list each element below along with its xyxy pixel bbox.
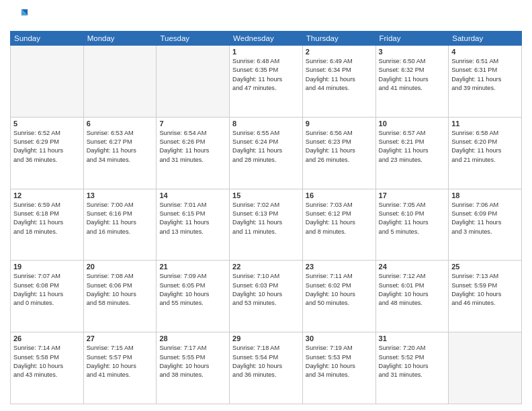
calendar-cell: 31Sunrise: 7:20 AMSunset: 5:52 PMDayligh… <box>375 332 449 404</box>
header <box>10 7 522 26</box>
weekday-header-friday: Friday <box>375 32 449 46</box>
day-info: Sunrise: 6:53 AMSunset: 6:27 PMDaylight:… <box>87 129 154 165</box>
calendar-cell: 30Sunrise: 7:19 AMSunset: 5:53 PMDayligh… <box>302 332 375 404</box>
calendar-cell: 14Sunrise: 7:01 AMSunset: 6:15 PMDayligh… <box>157 189 230 261</box>
calendar-cell: 29Sunrise: 7:18 AMSunset: 5:54 PMDayligh… <box>230 332 303 404</box>
day-info: Sunrise: 7:13 AMSunset: 5:59 PMDaylight:… <box>451 272 519 308</box>
day-number: 13 <box>87 191 154 199</box>
calendar-cell: 26Sunrise: 7:14 AMSunset: 5:58 PMDayligh… <box>11 332 84 404</box>
calendar-cell: 28Sunrise: 7:17 AMSunset: 5:55 PMDayligh… <box>157 332 230 404</box>
calendar-cell: 4Sunrise: 6:51 AMSunset: 6:31 PMDaylight… <box>449 46 522 118</box>
day-info: Sunrise: 6:51 AMSunset: 6:31 PMDaylight:… <box>451 57 519 93</box>
calendar-cell: 21Sunrise: 7:09 AMSunset: 6:05 PMDayligh… <box>157 261 230 332</box>
day-number: 23 <box>306 263 373 271</box>
day-info: Sunrise: 6:55 AMSunset: 6:24 PMDaylight:… <box>232 129 300 165</box>
weekday-header-sunday: Sunday <box>11 32 84 46</box>
calendar-cell: 12Sunrise: 6:59 AMSunset: 6:18 PMDayligh… <box>11 189 84 261</box>
calendar-cell: 6Sunrise: 6:53 AMSunset: 6:27 PMDaylight… <box>83 117 157 189</box>
day-number: 11 <box>451 120 519 128</box>
calendar-cell: 23Sunrise: 7:11 AMSunset: 6:02 PMDayligh… <box>302 261 375 332</box>
day-number: 25 <box>451 263 519 271</box>
weekday-header-thursday: Thursday <box>302 32 375 46</box>
calendar-cell: 18Sunrise: 7:06 AMSunset: 6:09 PMDayligh… <box>449 189 522 261</box>
day-number: 17 <box>379 191 446 199</box>
calendar-cell: 13Sunrise: 7:00 AMSunset: 6:16 PMDayligh… <box>83 189 157 261</box>
day-number: 2 <box>306 48 373 56</box>
weekday-header-saturday: Saturday <box>449 32 522 46</box>
calendar-cell: 8Sunrise: 6:55 AMSunset: 6:24 PMDaylight… <box>230 117 303 189</box>
day-info: Sunrise: 7:06 AMSunset: 6:09 PMDaylight:… <box>451 201 519 236</box>
logo <box>10 7 32 26</box>
day-number: 20 <box>87 263 154 271</box>
day-number: 19 <box>13 263 81 271</box>
calendar-cell: 7Sunrise: 6:54 AMSunset: 6:26 PMDaylight… <box>157 117 230 189</box>
calendar-cell: 19Sunrise: 7:07 AMSunset: 6:08 PMDayligh… <box>11 261 84 332</box>
calendar-cell: 15Sunrise: 7:02 AMSunset: 6:13 PMDayligh… <box>230 189 303 261</box>
week-row-5: 26Sunrise: 7:14 AMSunset: 5:58 PMDayligh… <box>11 332 522 404</box>
calendar-cell: 10Sunrise: 6:57 AMSunset: 6:21 PMDayligh… <box>375 117 449 189</box>
day-number: 31 <box>379 334 446 342</box>
day-info: Sunrise: 7:09 AMSunset: 6:05 PMDaylight:… <box>159 272 226 308</box>
day-info: Sunrise: 6:58 AMSunset: 6:20 PMDaylight:… <box>451 129 519 165</box>
day-info: Sunrise: 6:52 AMSunset: 6:29 PMDaylight:… <box>13 129 81 165</box>
day-info: Sunrise: 7:08 AMSunset: 6:06 PMDaylight:… <box>87 272 154 308</box>
week-row-3: 12Sunrise: 6:59 AMSunset: 6:18 PMDayligh… <box>11 189 522 261</box>
day-number: 4 <box>451 48 519 56</box>
calendar-cell: 22Sunrise: 7:10 AMSunset: 6:03 PMDayligh… <box>230 261 303 332</box>
day-number: 30 <box>306 334 373 342</box>
day-info: Sunrise: 7:14 AMSunset: 5:58 PMDaylight:… <box>13 344 81 379</box>
day-info: Sunrise: 7:01 AMSunset: 6:15 PMDaylight:… <box>159 201 226 236</box>
calendar-cell: 20Sunrise: 7:08 AMSunset: 6:06 PMDayligh… <box>83 261 157 332</box>
day-number: 8 <box>232 120 300 128</box>
calendar-cell <box>157 46 230 118</box>
day-info: Sunrise: 7:19 AMSunset: 5:53 PMDaylight:… <box>306 344 373 379</box>
day-number: 7 <box>159 120 226 128</box>
calendar-cell: 16Sunrise: 7:03 AMSunset: 6:12 PMDayligh… <box>302 189 375 261</box>
day-info: Sunrise: 6:59 AMSunset: 6:18 PMDaylight:… <box>13 201 81 236</box>
day-info: Sunrise: 7:10 AMSunset: 6:03 PMDaylight:… <box>232 272 300 308</box>
day-number: 27 <box>87 334 154 342</box>
day-number: 22 <box>232 263 300 271</box>
week-row-1: 1Sunrise: 6:48 AMSunset: 6:35 PMDaylight… <box>11 46 522 118</box>
weekday-header-tuesday: Tuesday <box>157 32 230 46</box>
day-info: Sunrise: 7:07 AMSunset: 6:08 PMDaylight:… <box>13 272 81 308</box>
day-info: Sunrise: 7:03 AMSunset: 6:12 PMDaylight:… <box>306 201 373 236</box>
day-number: 3 <box>379 48 446 56</box>
day-info: Sunrise: 7:11 AMSunset: 6:02 PMDaylight:… <box>306 272 373 308</box>
day-info: Sunrise: 7:00 AMSunset: 6:16 PMDaylight:… <box>87 201 154 236</box>
day-info: Sunrise: 7:17 AMSunset: 5:55 PMDaylight:… <box>159 344 226 379</box>
calendar-cell: 5Sunrise: 6:52 AMSunset: 6:29 PMDaylight… <box>11 117 84 189</box>
calendar-cell <box>83 46 157 118</box>
day-info: Sunrise: 6:57 AMSunset: 6:21 PMDaylight:… <box>379 129 446 165</box>
calendar-cell <box>449 332 522 404</box>
logo-icon <box>10 7 29 26</box>
day-info: Sunrise: 6:56 AMSunset: 6:23 PMDaylight:… <box>306 129 373 165</box>
day-number: 18 <box>451 191 519 199</box>
day-info: Sunrise: 6:48 AMSunset: 6:35 PMDaylight:… <box>232 57 300 93</box>
calendar-cell: 17Sunrise: 7:05 AMSunset: 6:10 PMDayligh… <box>375 189 449 261</box>
day-info: Sunrise: 7:05 AMSunset: 6:10 PMDaylight:… <box>379 201 446 236</box>
day-number: 28 <box>159 334 226 342</box>
day-number: 21 <box>159 263 226 271</box>
calendar-cell: 9Sunrise: 6:56 AMSunset: 6:23 PMDaylight… <box>302 117 375 189</box>
day-info: Sunrise: 6:50 AMSunset: 6:32 PMDaylight:… <box>379 57 446 93</box>
calendar-cell <box>11 46 84 118</box>
day-number: 5 <box>13 120 81 128</box>
day-number: 10 <box>379 120 446 128</box>
page: SundayMondayTuesdayWednesdayThursdayFrid… <box>0 0 532 411</box>
day-number: 29 <box>232 334 300 342</box>
day-number: 6 <box>87 120 154 128</box>
calendar-cell: 1Sunrise: 6:48 AMSunset: 6:35 PMDaylight… <box>230 46 303 118</box>
weekday-header-monday: Monday <box>83 32 157 46</box>
calendar-cell: 27Sunrise: 7:15 AMSunset: 5:57 PMDayligh… <box>83 332 157 404</box>
day-number: 15 <box>232 191 300 199</box>
day-info: Sunrise: 7:20 AMSunset: 5:52 PMDaylight:… <box>379 344 446 379</box>
day-number: 9 <box>306 120 373 128</box>
day-info: Sunrise: 6:49 AMSunset: 6:34 PMDaylight:… <box>306 57 373 93</box>
day-number: 12 <box>13 191 81 199</box>
calendar-cell: 3Sunrise: 6:50 AMSunset: 6:32 PMDaylight… <box>375 46 449 118</box>
weekday-header-row: SundayMondayTuesdayWednesdayThursdayFrid… <box>11 32 522 46</box>
day-number: 26 <box>13 334 81 342</box>
day-number: 14 <box>159 191 226 199</box>
day-info: Sunrise: 7:12 AMSunset: 6:01 PMDaylight:… <box>379 272 446 308</box>
